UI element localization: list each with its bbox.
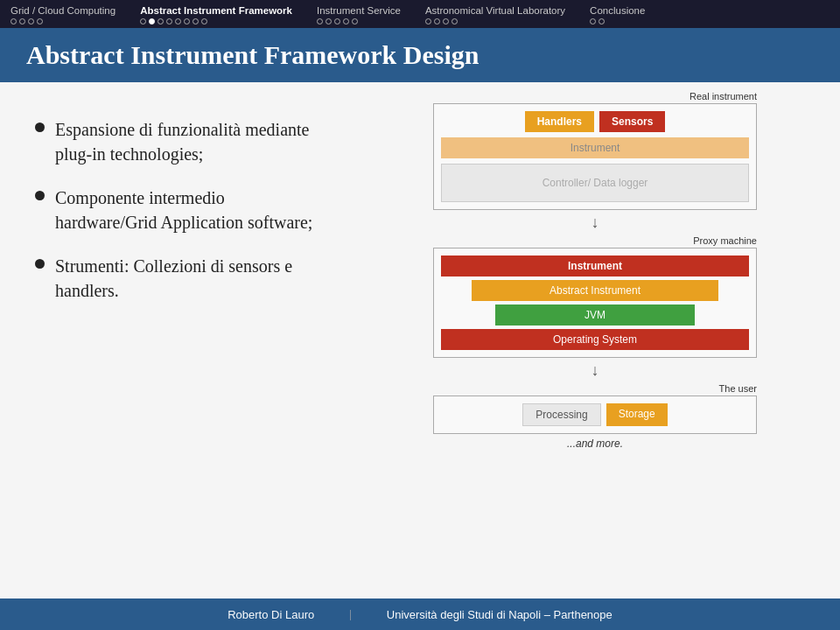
arrow-down-1: ↓ (433, 214, 757, 232)
nav-dot (326, 18, 332, 24)
jvm-box: JVM (495, 304, 696, 326)
controller-box: Controller/ Data logger (441, 164, 749, 202)
nav-dots-service (317, 18, 358, 24)
and-more-label: ...and more. (433, 438, 757, 450)
nav-item-service[interactable]: Instrument Service (317, 5, 401, 24)
nav-dot (452, 18, 458, 24)
diagram-container: Real instrument Handlers Sensors Instrum… (433, 91, 757, 450)
nav-dot (201, 18, 207, 24)
nav-dot (19, 18, 25, 24)
nav-dot (317, 18, 323, 24)
nav-dot (598, 18, 605, 24)
nav-dot (37, 18, 43, 24)
nav-dot (10, 18, 17, 24)
footer-university: Università degli Studi di Napoli – Parth… (387, 608, 612, 621)
bullet-text-2: Componente intermedio hardware/Grid Appl… (55, 186, 324, 234)
nav-dot (28, 18, 34, 24)
nav-item-conclusione[interactable]: Conclusione (590, 5, 645, 24)
bullet-item-1: Espansione di funzionalità mediante plug… (35, 117, 324, 166)
nav-dot (184, 18, 190, 24)
nav-dots-avl (425, 18, 458, 24)
left-panel: Espansione di funzionalità mediante plug… (0, 82, 350, 598)
proxy-box: Instrument Abstract Instrument JVM Opera… (433, 248, 757, 358)
instrument-light-box: Instrument (441, 137, 749, 158)
bullet-text-3: Strumenti: Collezioni di sensors e handl… (55, 254, 324, 303)
bullet-dot-1 (35, 122, 45, 132)
nav-dot (343, 18, 349, 24)
nav-dot (334, 18, 340, 24)
nav-dot (192, 18, 199, 24)
slide-title: Abstract Instrument Framework Design (26, 40, 814, 70)
abstract-instrument-box: Abstract Instrument (472, 280, 718, 301)
bullet-text-1: Espansione di funzionalità mediante plug… (55, 117, 324, 166)
user-label: The user (433, 383, 757, 394)
real-instrument-box: Handlers Sensors Instrument Controller/ … (433, 103, 757, 210)
nav-label-conclusione: Conclusione (590, 5, 645, 16)
footer-author: Roberto Di Lauro (228, 608, 314, 621)
nav-dot (166, 18, 172, 24)
ri-top-row: Handlers Sensors (441, 111, 749, 132)
slide-title-bar: Abstract Instrument Framework Design (0, 28, 840, 82)
nav-item-abstract[interactable]: Abstract Instrument Framework (140, 5, 292, 24)
proxy-label: Proxy machine (433, 235, 757, 246)
nav-dots-grid (10, 18, 43, 24)
nav-dot (140, 18, 146, 24)
nav-label-avl: Astronomical Virtual Laboratory (425, 5, 565, 16)
footer-separator: | (349, 607, 352, 621)
nav-dot (425, 18, 431, 24)
nav-label-abstract: Abstract Instrument Framework (140, 5, 292, 16)
user-row: Processing Storage (433, 396, 757, 434)
nav-dot (352, 18, 358, 24)
arrow-down-2: ↓ (433, 361, 757, 380)
nav-dot (434, 18, 440, 24)
nav-dot (590, 18, 596, 24)
footer: Roberto Di Lauro | Università degli Stud… (0, 598, 840, 630)
nav-dot (175, 18, 181, 24)
handlers-box: Handlers (525, 111, 594, 132)
right-panel: Real instrument Handlers Sensors Instrum… (350, 82, 840, 598)
bullet-item-3: Strumenti: Collezioni di sensors e handl… (35, 254, 324, 303)
bullet-dot-2 (35, 191, 45, 200)
bullet-dot-3 (35, 259, 45, 269)
nav-dot (443, 18, 449, 24)
sensors-box: Sensors (599, 111, 665, 132)
nav-item-grid[interactable]: Grid / Cloud Computing (10, 5, 116, 24)
nav-label-grid: Grid / Cloud Computing (10, 5, 116, 16)
nav-dots-abstract (140, 18, 207, 24)
real-instrument-label: Real instrument (433, 91, 757, 102)
nav-dots-conclusione (590, 18, 605, 24)
storage-box: Storage (606, 403, 668, 426)
navigation-bar: Grid / Cloud Computing Abstract Instrume… (0, 0, 840, 28)
nav-dot (158, 18, 164, 24)
main-content: Espansione di funzionalità mediante plug… (0, 82, 840, 598)
nav-label-service: Instrument Service (317, 5, 401, 16)
nav-dot-filled (149, 18, 155, 24)
os-box: Operating System (441, 329, 749, 350)
bullet-item-2: Componente intermedio hardware/Grid Appl… (35, 186, 324, 234)
processing-box: Processing (522, 403, 600, 426)
nav-item-avl[interactable]: Astronomical Virtual Laboratory (425, 5, 565, 24)
instrument-red-box: Instrument (441, 256, 749, 276)
